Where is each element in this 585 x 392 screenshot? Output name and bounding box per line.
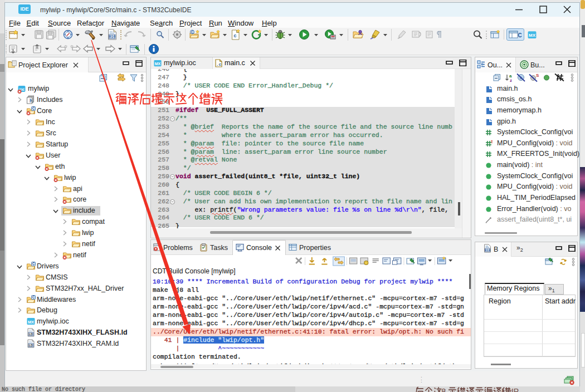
svg-text:.c: .c	[216, 62, 222, 67]
svg-text:C: C	[518, 32, 521, 38]
svg-text:LwIP: LwIP	[501, 387, 519, 392]
svg-text:z: z	[510, 78, 512, 83]
svg-text:c: c	[233, 33, 236, 39]
svg-text:S: S	[536, 73, 539, 78]
svg-text:C: C	[191, 30, 194, 34]
svg-text:8: 8	[441, 386, 446, 392]
svg-text:010: 010	[109, 35, 115, 39]
svg-text:S: S	[491, 140, 493, 144]
svg-text:010: 010	[485, 248, 490, 252]
